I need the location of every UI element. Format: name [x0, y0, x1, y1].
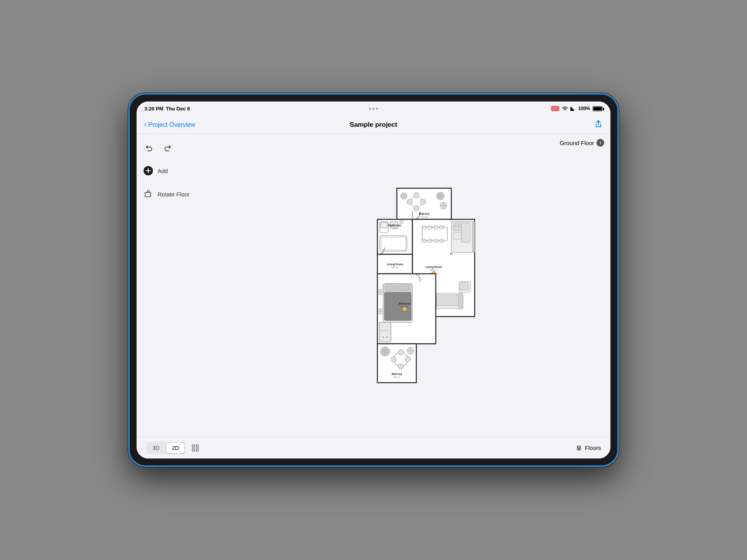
floorplan-svg[interactable]: Balcony 12.41 m² [338, 184, 479, 387]
svg-text:3.25 m²: 3.25 m² [392, 266, 398, 269]
floor-label-text: Ground Floor [560, 140, 594, 146]
rotate-label: Rotate Floor [158, 191, 190, 198]
svg-rect-90 [472, 221, 475, 252]
svg-point-70 [382, 336, 384, 338]
sidebar: Add Rotate Floor [137, 134, 207, 437]
redo-button[interactable] [161, 142, 174, 154]
grid-icon [191, 444, 200, 452]
floor-label-container: Ground Floor i [560, 139, 604, 147]
fingerprint-icon [551, 106, 559, 111]
battery-icon [593, 106, 603, 111]
svg-point-77 [382, 349, 388, 354]
svg-point-24 [400, 220, 403, 224]
undo-button[interactable] [143, 142, 155, 154]
svg-point-82 [405, 357, 410, 362]
svg-text:Bathroom: Bathroom [388, 224, 401, 227]
status-date: Thu Dec 8 [166, 106, 190, 112]
svg-point-65 [380, 291, 382, 293]
svg-rect-89 [450, 254, 453, 254]
svg-rect-61 [386, 285, 397, 290]
svg-text:20.62 m²: 20.62 m² [401, 306, 409, 308]
svg-rect-93 [192, 449, 195, 451]
status-left: 3:20 PM Thu Dec 8 [144, 106, 190, 112]
floors-button[interactable]: Floors [575, 444, 601, 452]
svg-rect-94 [196, 449, 198, 451]
svg-text:Living Room: Living Room [426, 266, 442, 269]
info-button[interactable]: i [596, 139, 604, 147]
wifi-icon [562, 106, 568, 111]
svg-rect-88 [450, 219, 453, 220]
svg-point-71 [386, 336, 388, 338]
svg-point-6 [414, 206, 419, 211]
back-button[interactable]: ‹ Project Overview [144, 121, 195, 129]
svg-text:Balcony: Balcony [419, 212, 429, 215]
back-label: Project Overview [148, 121, 195, 128]
view-3d-button[interactable]: 3D [147, 443, 165, 453]
svg-rect-19 [381, 222, 388, 228]
ipad-device: 3:20 PM Thu Dec 8 100% [128, 93, 619, 467]
svg-point-5 [414, 192, 419, 198]
undo-icon [145, 144, 153, 152]
floorplan-area: Ground Floor i [207, 134, 610, 437]
svg-rect-68 [379, 322, 391, 342]
svg-rect-35 [453, 232, 461, 239]
add-label: Add [158, 168, 168, 174]
svg-text:Balcony: Balcony [391, 373, 402, 376]
svg-text:6.51 m²: 6.51 m² [394, 376, 400, 378]
svg-point-67 [380, 311, 382, 312]
svg-rect-23 [381, 237, 405, 250]
rotate-floor-button[interactable]: Rotate Floor [143, 187, 200, 201]
svg-point-81 [391, 357, 396, 362]
svg-point-8 [420, 199, 426, 205]
status-time: 3:20 PM [144, 106, 163, 112]
status-bar: 3:20 PM Thu Dec 8 100% [137, 102, 610, 116]
main-content: Add Rotate Floor Ground Floor i [137, 134, 610, 437]
plus-circle-icon [143, 166, 153, 176]
svg-rect-62 [398, 285, 409, 290]
redo-icon [163, 144, 172, 152]
navigation-bar: ‹ Project Overview Sample project [137, 116, 610, 134]
battery-percent: 100% [578, 106, 590, 111]
svg-text:Living Room: Living Room [387, 263, 403, 266]
svg-text:7.64 m²: 7.64 m² [392, 228, 398, 230]
chevron-left-icon: ‹ [144, 121, 147, 129]
share-icon [594, 119, 603, 128]
svg-point-11 [401, 193, 407, 199]
rotate-floor-icon [144, 189, 153, 199]
floors-icon [575, 444, 582, 452]
svg-rect-1 [145, 192, 151, 197]
add-icon [143, 165, 154, 176]
view-mode-buttons: 3D 2D [146, 442, 186, 454]
svg-rect-54 [460, 282, 468, 290]
svg-point-79 [398, 350, 403, 355]
svg-rect-91 [192, 445, 195, 447]
history-toolbar [143, 142, 200, 154]
svg-rect-36 [461, 223, 470, 242]
grid-view-button[interactable] [189, 442, 201, 454]
svg-point-80 [398, 364, 403, 369]
svg-point-7 [407, 199, 412, 205]
floors-label: Floors [585, 444, 601, 451]
status-right: 100% [551, 106, 603, 111]
share-button[interactable] [594, 119, 603, 130]
ipad-screen: 3:20 PM Thu Dec 8 100% [137, 102, 610, 458]
svg-rect-69 [379, 330, 391, 331]
bottom-toolbar: 3D 2D Floors [137, 437, 610, 458]
svg-text:12.41 m²: 12.41 m² [420, 216, 428, 218]
view-2d-button[interactable]: 2D [167, 443, 184, 453]
rotate-icon [143, 189, 154, 200]
page-title: Sample project [350, 121, 397, 129]
svg-rect-92 [196, 445, 198, 447]
svg-text:Bedroom: Bedroom [399, 302, 411, 305]
add-button[interactable]: Add [143, 164, 200, 178]
svg-text:59.32 m²: 59.32 m² [430, 269, 438, 271]
svg-rect-52 [458, 293, 463, 309]
svg-rect-50 [433, 295, 461, 306]
svg-point-10 [438, 194, 443, 198]
moon-icon [570, 106, 576, 111]
